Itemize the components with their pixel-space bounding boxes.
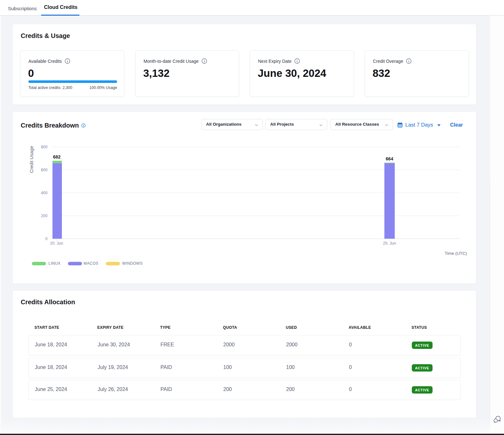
svg-text:i: i	[83, 124, 84, 127]
svg-text:664: 664	[386, 156, 393, 161]
svg-text:25. Jun: 25. Jun	[383, 241, 396, 246]
svg-text:800: 800	[41, 145, 48, 149]
svg-text:682: 682	[53, 154, 61, 159]
svg-text:20. Jun: 20. Jun	[50, 241, 63, 246]
svg-text:0: 0	[45, 237, 48, 241]
svg-text:i: i	[297, 59, 298, 63]
svg-text:i: i	[204, 59, 205, 63]
svg-text:i: i	[67, 59, 68, 63]
svg-text:Credit Usage: Credit Usage	[29, 146, 34, 173]
svg-text:Time (UTC): Time (UTC)	[445, 251, 467, 256]
svg-text:i: i	[408, 59, 410, 63]
svg-text:600: 600	[41, 168, 48, 172]
svg-text:200: 200	[41, 214, 48, 218]
svg-text:400: 400	[41, 191, 48, 195]
